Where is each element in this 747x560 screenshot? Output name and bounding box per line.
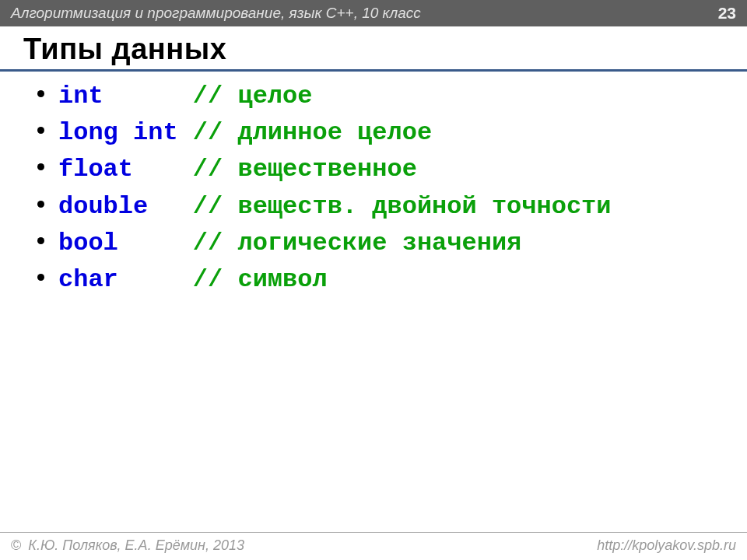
type-comment: // веществ. двойной точности [178, 190, 612, 223]
header-bar: Алгоритмизация и программирование, язык … [0, 0, 747, 26]
bullet-icon [37, 237, 44, 244]
list-item: int // целое [37, 79, 724, 113]
bullet-icon [37, 201, 44, 208]
page-number: 23 [718, 4, 736, 23]
bullet-icon [37, 163, 44, 170]
copyright-text: К.Ю. Поляков, Е.А. Ерёмин, 2013 [24, 537, 244, 553]
list-item: long int // длинное целое [37, 116, 724, 149]
type-comment: // целое [178, 79, 313, 113]
bullet-icon [37, 90, 44, 97]
slide-title: Типы данных [0, 26, 747, 72]
type-comment: // логические значения [178, 226, 522, 260]
type-comment: // длинное целое [178, 116, 432, 149]
type-comment: // вещественное [178, 152, 417, 186]
type-keyword: float [58, 152, 178, 186]
header-title: Алгоритмизация и программирование, язык … [11, 5, 421, 22]
list-item: double // веществ. двойной точности [37, 190, 724, 223]
list-item: bool // логические значения [37, 226, 724, 260]
list-item: float // вещественное [37, 152, 724, 186]
footer: © К.Ю. Поляков, Е.А. Ерёмин, 2013 http:/… [0, 532, 747, 560]
footer-copyright: © К.Ю. Поляков, Е.А. Ерёмин, 2013 [11, 537, 244, 554]
footer-url: http://kpolyakov.spb.ru [597, 537, 736, 554]
type-keyword: double [58, 190, 178, 223]
bullet-icon [37, 274, 44, 281]
content-area: int // целое long int // длинное целое f… [0, 78, 747, 307]
list-item: char // символ [37, 263, 724, 296]
bullet-icon [37, 127, 44, 134]
copyright-symbol: © [11, 537, 21, 553]
type-comment: // символ [178, 263, 328, 296]
type-keyword: int [58, 79, 178, 113]
type-keyword: long int [58, 116, 178, 149]
type-keyword: bool [58, 226, 178, 260]
type-keyword: char [58, 263, 178, 296]
